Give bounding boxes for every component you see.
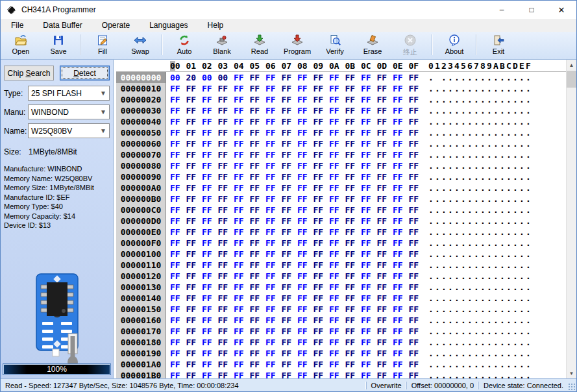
hex-byte[interactable]: FF bbox=[234, 193, 250, 204]
hex-byte[interactable]: FF bbox=[234, 204, 250, 215]
hex-byte[interactable]: FF bbox=[186, 249, 203, 260]
hex-byte[interactable]: FF bbox=[265, 315, 282, 326]
hex-byte[interactable]: FF bbox=[329, 83, 345, 94]
hex-byte[interactable]: FF bbox=[345, 249, 362, 260]
hex-ascii[interactable]: ................ bbox=[428, 227, 532, 238]
hex-byte[interactable]: FF bbox=[250, 215, 266, 227]
hex-byte[interactable]: FF bbox=[218, 116, 234, 127]
hex-byte[interactable]: FF bbox=[361, 326, 377, 337]
hex-byte[interactable]: FF bbox=[297, 83, 313, 94]
hex-byte[interactable]: FF bbox=[186, 227, 203, 238]
hex-byte[interactable]: FF bbox=[297, 72, 313, 83]
hex-byte[interactable]: FF bbox=[218, 171, 234, 182]
hex-byte[interactable]: FF bbox=[329, 94, 345, 105]
hex-byte[interactable]: FF bbox=[234, 83, 250, 94]
chip-search-button[interactable]: Chip Search bbox=[4, 66, 54, 80]
hex-byte[interactable]: FF bbox=[282, 260, 298, 271]
hex-ascii[interactable]: ................ bbox=[428, 182, 532, 193]
hex-byte[interactable]: FF bbox=[186, 271, 203, 282]
hex-byte[interactable]: FF bbox=[282, 293, 298, 304]
hex-byte[interactable]: FF bbox=[282, 215, 298, 227]
hex-byte[interactable]: FF bbox=[345, 337, 362, 348]
hex-ascii[interactable]: ................ bbox=[428, 304, 532, 315]
hex-byte[interactable]: FF bbox=[202, 304, 218, 315]
hex-byte[interactable]: FF bbox=[409, 105, 425, 116]
hex-byte[interactable]: FF bbox=[313, 72, 330, 83]
hex-byte[interactable]: FF bbox=[345, 370, 362, 378]
hex-byte[interactable]: FF bbox=[234, 370, 250, 378]
hex-byte[interactable]: FF bbox=[250, 370, 266, 378]
hex-byte[interactable]: FF bbox=[250, 293, 266, 304]
close-button[interactable]: ✕ bbox=[546, 1, 576, 19]
hex-ascii[interactable]: ................ bbox=[428, 260, 532, 271]
hex-byte[interactable]: FF bbox=[361, 315, 377, 326]
hex-byte[interactable]: FF bbox=[186, 293, 203, 304]
hex-byte[interactable]: FF bbox=[345, 326, 362, 337]
hex-byte[interactable]: FF bbox=[329, 238, 345, 249]
hex-byte[interactable]: FF bbox=[345, 116, 362, 127]
hex-byte[interactable]: FF bbox=[186, 215, 203, 227]
hex-byte[interactable]: FF bbox=[265, 72, 282, 83]
hex-byte[interactable]: FF bbox=[282, 193, 298, 204]
hex-byte[interactable]: FF bbox=[345, 105, 362, 116]
hex-byte[interactable]: FF bbox=[377, 127, 393, 138]
hex-byte[interactable]: FF bbox=[409, 83, 425, 94]
hex-byte[interactable]: FF bbox=[282, 204, 298, 215]
program-button[interactable]: Program bbox=[278, 33, 316, 55]
hex-byte[interactable]: FF bbox=[329, 348, 345, 359]
hex-byte[interactable]: FF bbox=[361, 116, 377, 127]
hex-byte[interactable]: FF bbox=[218, 138, 234, 149]
hex-byte[interactable]: FF bbox=[377, 227, 393, 238]
hex-byte[interactable]: FF bbox=[234, 271, 250, 282]
hex-byte[interactable]: FF bbox=[297, 293, 313, 304]
auto-button[interactable]: Auto bbox=[166, 33, 203, 55]
hex-byte[interactable]: FF bbox=[202, 337, 218, 348]
hex-byte[interactable]: FF bbox=[250, 227, 266, 238]
hex-byte[interactable]: FF bbox=[218, 160, 234, 171]
hex-byte[interactable]: 00 bbox=[202, 72, 218, 83]
hex-byte[interactable]: FF bbox=[265, 359, 282, 370]
hex-byte[interactable]: FF bbox=[297, 160, 313, 171]
hex-byte[interactable]: FF bbox=[361, 337, 377, 348]
hex-byte[interactable]: FF bbox=[170, 182, 186, 193]
hex-byte[interactable]: FF bbox=[361, 304, 377, 315]
hex-byte[interactable]: FF bbox=[409, 182, 425, 193]
hex-address[interactable]: 000000C0 bbox=[116, 204, 166, 215]
hex-byte[interactable]: FF bbox=[170, 326, 186, 337]
hex-byte[interactable]: FF bbox=[329, 249, 345, 260]
hex-byte[interactable]: FF bbox=[265, 215, 282, 227]
hex-byte[interactable]: FF bbox=[170, 249, 186, 260]
hex-byte[interactable]: FF bbox=[377, 359, 393, 370]
hex-address[interactable]: 000000E0 bbox=[116, 227, 166, 238]
hex-byte[interactable]: FF bbox=[377, 94, 393, 105]
swap-button[interactable]: Swap bbox=[121, 33, 159, 55]
hex-byte[interactable]: FF bbox=[297, 182, 313, 193]
hex-byte[interactable]: FF bbox=[234, 315, 250, 326]
hex-byte[interactable]: FF bbox=[313, 271, 330, 282]
hex-byte[interactable]: FF bbox=[218, 282, 234, 293]
hex-byte[interactable]: FF bbox=[234, 348, 250, 359]
hex-byte[interactable]: FF bbox=[265, 160, 282, 171]
hex-byte[interactable]: FF bbox=[377, 304, 393, 315]
verify-button[interactable]: Verify bbox=[316, 33, 354, 55]
hex-address[interactable]: 00000100 bbox=[116, 249, 166, 260]
hex-byte[interactable]: FF bbox=[170, 315, 186, 326]
hex-byte[interactable]: FF bbox=[202, 105, 218, 116]
hex-byte[interactable]: FF bbox=[409, 171, 425, 182]
hex-byte[interactable]: FF bbox=[170, 149, 186, 160]
hex-byte[interactable]: FF bbox=[393, 326, 409, 337]
hex-byte[interactable]: FF bbox=[186, 326, 203, 337]
exit-button[interactable]: Exit bbox=[480, 33, 517, 55]
hex-byte[interactable]: FF bbox=[377, 238, 393, 249]
hex-byte[interactable]: FF bbox=[361, 215, 377, 227]
hex-byte[interactable]: FF bbox=[297, 315, 313, 326]
hex-byte[interactable]: FF bbox=[377, 337, 393, 348]
minimize-button[interactable]: – bbox=[487, 1, 517, 19]
hex-byte[interactable]: FF bbox=[234, 171, 250, 182]
hex-byte[interactable]: FF bbox=[313, 149, 330, 160]
hex-byte[interactable]: FF bbox=[186, 348, 203, 359]
hex-byte[interactable]: FF bbox=[329, 160, 345, 171]
hex-byte[interactable]: FF bbox=[186, 160, 203, 171]
hex-byte[interactable]: FF bbox=[409, 260, 425, 271]
hex-byte[interactable]: FF bbox=[297, 304, 313, 315]
